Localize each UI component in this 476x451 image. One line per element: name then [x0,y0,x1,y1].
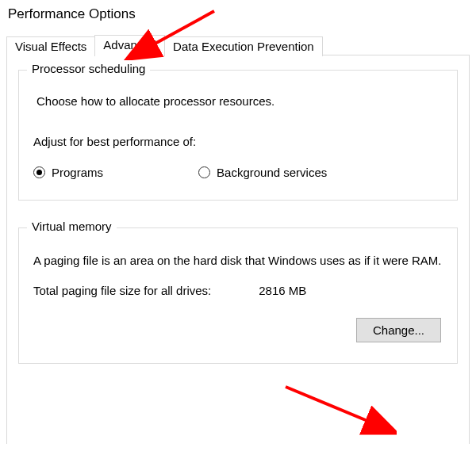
processor-scheduling-desc: Choose how to allocate processor resourc… [36,94,443,108]
tab-advanced[interactable]: Advanced [94,35,165,55]
virtual-memory-desc: A paging file is an area on the hard dis… [33,252,443,269]
group-legend-virtual-memory: Virtual memory [27,220,117,233]
tab-visual-effects[interactable]: Visual Effects [6,36,95,56]
adjust-for-label: Adjust for best performance of: [33,135,443,148]
window-title: Performance Options [0,0,476,24]
radio-background-services[interactable]: Background services [198,166,327,179]
radio-background-label: Background services [217,166,327,179]
radio-icon [198,166,210,178]
change-button[interactable]: Change... [356,318,441,342]
tab-strip: Visual Effects Advanced Data Execution P… [6,35,470,55]
radio-icon [33,166,45,178]
group-processor-scheduling: Processor scheduling Choose how to alloc… [18,70,458,201]
group-legend-processor-scheduling: Processor scheduling [27,62,150,75]
total-paging-label: Total paging file size for all drives: [33,284,211,297]
group-virtual-memory: Virtual memory A paging file is an area … [18,227,458,364]
tab-panel-advanced: Processor scheduling Choose how to alloc… [6,55,470,444]
radio-programs[interactable]: Programs [33,166,103,179]
tab-dep[interactable]: Data Execution Prevention [164,36,323,56]
total-paging-value: 2816 MB [259,284,306,297]
radio-programs-label: Programs [52,166,103,179]
